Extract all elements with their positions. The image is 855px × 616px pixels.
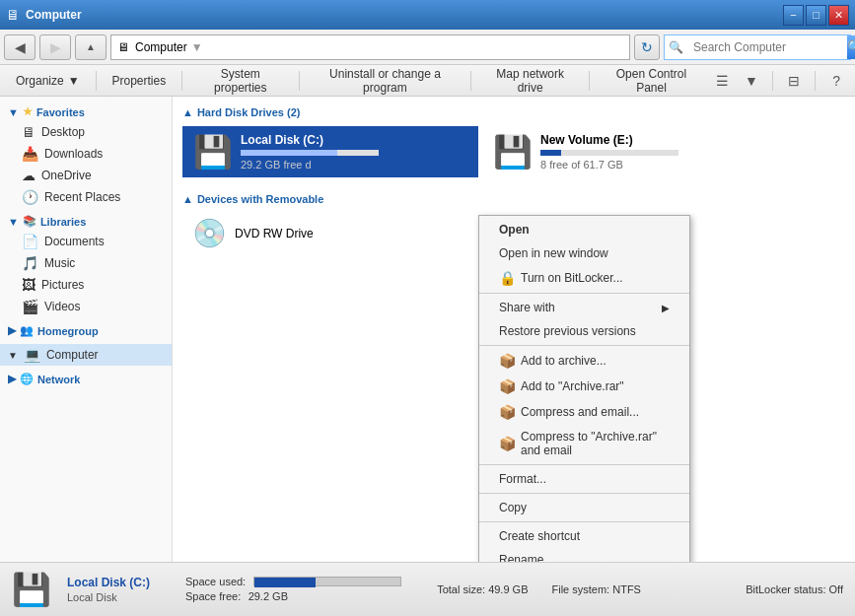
- status-drive-icon: 💾: [12, 571, 51, 608]
- ctx-rename-label: Rename: [499, 553, 543, 562]
- change-view-button[interactable]: ☰: [709, 68, 735, 94]
- network-icon: 🌐: [20, 373, 34, 385]
- toolbar-separator-2: [181, 71, 182, 91]
- ctx-bitlocker[interactable]: 🔒 Turn on BitLocker...: [479, 265, 689, 291]
- back-button[interactable]: ◀: [4, 34, 36, 60]
- drive-c-free: 29.2 GB free d: [241, 159, 467, 171]
- toolbar: Organize ▼ Properties System properties …: [0, 65, 855, 97]
- libraries-arrow: ▼: [8, 216, 19, 228]
- homegroup-label: Homegroup: [37, 325, 99, 337]
- minimize-button[interactable]: −: [783, 5, 804, 26]
- up-button[interactable]: ▲: [75, 34, 107, 60]
- ctx-copy[interactable]: Copy: [479, 496, 689, 519]
- ctx-compress-email[interactable]: 📦 Compress and email...: [479, 399, 689, 425]
- map-drive-button[interactable]: Map network drive: [477, 68, 583, 94]
- downloads-icon: 📥: [22, 146, 38, 162]
- status-bar: 💾 Local Disk (C:) Local Disk Space used:…: [0, 562, 855, 616]
- ctx-add-archive-rar[interactable]: 📦 Add to "Archive.rar": [479, 374, 689, 399]
- ctx-open-new-window[interactable]: Open in new window: [479, 241, 689, 265]
- preview-pane-button[interactable]: ⊟: [781, 68, 807, 94]
- drive-e-info: New Volume (E:) 8 free of 61.7 GB: [540, 133, 767, 171]
- sidebar-item-documents[interactable]: 📄 Documents: [0, 231, 172, 252]
- toolbar-separator-6: [772, 71, 773, 91]
- ctx-share[interactable]: Share with ▶: [479, 296, 689, 319]
- favorites-section: ▼ ★ Favorites 🖥 Desktop 📥 Downloads ☁ On…: [0, 103, 172, 208]
- status-drive-name: Local Disk (C:): [67, 576, 150, 589]
- organize-label: Organize: [16, 74, 64, 88]
- search-input[interactable]: [687, 40, 847, 54]
- onedrive-icon: ☁: [22, 168, 36, 183]
- forward-button[interactable]: ▶: [39, 34, 71, 60]
- ctx-open[interactable]: Open: [479, 218, 689, 241]
- maximize-button[interactable]: □: [806, 5, 826, 26]
- system-properties-button[interactable]: System properties: [188, 68, 292, 94]
- ctx-create-shortcut[interactable]: Create shortcut: [479, 524, 689, 548]
- drive-e-icon: 💾: [493, 133, 533, 171]
- network-header[interactable]: ▶ 🌐 Network: [0, 370, 172, 388]
- sidebar-item-desktop[interactable]: 🖥 Desktop: [0, 121, 172, 143]
- network-label: Network: [37, 374, 80, 385]
- uninstall-button[interactable]: Uninstall or change a program: [305, 68, 464, 94]
- favorites-header[interactable]: ▼ ★ Favorites: [0, 103, 172, 121]
- homegroup-header[interactable]: ▶ 👥 Homegroup: [0, 321, 172, 340]
- sidebar-item-music[interactable]: 🎵 Music: [0, 252, 172, 274]
- properties-button[interactable]: Properties: [102, 68, 176, 94]
- space-free-label: Space free:: [185, 590, 241, 602]
- drives-grid: 💾 Local Disk (C:) 29.2 GB free d 💾 New V…: [182, 126, 845, 177]
- status-info: Local Disk (C:) Local Disk: [67, 576, 150, 603]
- desktop-label: Desktop: [41, 125, 85, 139]
- toolbar-separator-4: [470, 71, 471, 91]
- main-layout: ▼ ★ Favorites 🖥 Desktop 📥 Downloads ☁ On…: [0, 97, 855, 562]
- file-system: File system: NTFS: [552, 583, 641, 595]
- ctx-rename[interactable]: Rename: [479, 548, 689, 562]
- ctx-add-archive[interactable]: 📦 Add to archive...: [479, 348, 689, 374]
- homegroup-section: ▶ 👥 Homegroup: [0, 321, 172, 340]
- drive-e-bar-fill: [540, 150, 561, 156]
- sidebar-item-pictures[interactable]: 🖼 Pictures: [0, 274, 172, 296]
- breadcrumb-bar[interactable]: 🖥 Computer ▼: [110, 34, 630, 60]
- favorites-label: Favorites: [36, 106, 85, 118]
- ctx-create-shortcut-label: Create shortcut: [499, 529, 580, 543]
- hard-disk-header: ▲ Hard Disk Drives (2): [182, 106, 845, 118]
- favorites-arrow: ▼: [8, 106, 19, 118]
- favorites-icon: ★: [23, 105, 33, 118]
- toolbar-right: ☰ ▼ ⊟ ?: [709, 68, 849, 94]
- ctx-restore[interactable]: Restore previous versions: [479, 319, 689, 343]
- libraries-header[interactable]: ▼ 📚 Libraries: [0, 212, 172, 231]
- ctx-format-label: Format...: [499, 472, 546, 486]
- sidebar-item-onedrive[interactable]: ☁ OneDrive: [0, 165, 172, 186]
- sidebar-item-videos[interactable]: 🎬 Videos: [0, 296, 172, 317]
- ctx-bitlocker-label: Turn on BitLocker...: [521, 271, 623, 285]
- drive-c[interactable]: 💾 Local Disk (C:) 29.2 GB free d: [182, 126, 478, 177]
- toolbar-separator-1: [96, 71, 97, 91]
- control-panel-button[interactable]: Open Control Panel: [596, 68, 707, 94]
- computer-section: ▼ 💻 Computer: [0, 344, 172, 366]
- search-button[interactable]: 🔍: [847, 35, 855, 59]
- refresh-button[interactable]: ↻: [634, 34, 660, 60]
- usage-bar-fill: [254, 578, 316, 587]
- ctx-format[interactable]: Format...: [479, 467, 689, 491]
- ctx-add-archive-label: Add to archive...: [521, 354, 606, 368]
- sidebar-item-recent-places[interactable]: 🕐 Recent Places: [0, 186, 172, 208]
- sidebar-item-downloads[interactable]: 📥 Downloads: [0, 143, 172, 165]
- view-arrow-button[interactable]: ▼: [739, 68, 764, 94]
- ctx-compress-email-label: Compress and email...: [521, 405, 639, 419]
- ctx-restore-label: Restore previous versions: [499, 324, 636, 338]
- search-bar-icon: 🔍: [665, 40, 687, 54]
- help-button[interactable]: ?: [823, 68, 849, 94]
- space-free-value: 29.2 GB: [249, 590, 288, 602]
- ctx-copy-label: Copy: [499, 501, 527, 514]
- close-button[interactable]: ✕: [828, 5, 849, 26]
- drive-e-name: New Volume (E:): [540, 133, 767, 147]
- compress-email-icon: 📦: [499, 404, 515, 420]
- search-bar[interactable]: 🔍 🔍: [664, 34, 851, 60]
- ctx-compress-rar-email[interactable]: 📦 Compress to "Archive.rar" and email: [479, 425, 689, 462]
- sidebar-item-computer[interactable]: ▼ 💻 Computer: [0, 344, 172, 366]
- homegroup-icon: 👥: [20, 324, 34, 337]
- drive-e[interactable]: 💾 New Volume (E:) 8 free of 61.7 GB: [482, 126, 778, 177]
- toolbar-separator-5: [589, 71, 590, 91]
- title-bar-title: Computer: [26, 8, 783, 22]
- organize-button[interactable]: Organize ▼: [6, 68, 90, 94]
- ctx-compress-rar-email-label: Compress to "Archive.rar" and email: [521, 430, 670, 457]
- ctx-sep-3: [479, 464, 689, 465]
